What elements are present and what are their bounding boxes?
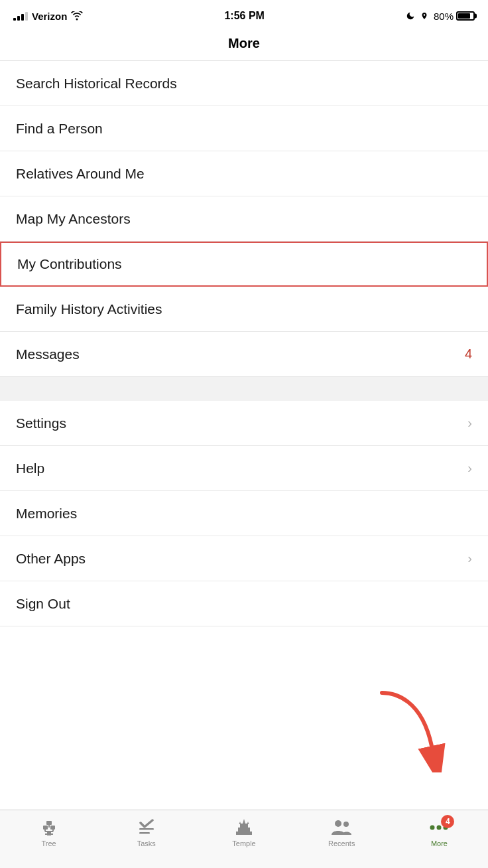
svg-rect-3 <box>43 826 48 830</box>
svg-rect-11 <box>139 832 150 834</box>
recents-tab-icon <box>332 818 351 837</box>
chevron-icon: › <box>467 415 472 431</box>
more-tab-icon: 4 <box>429 818 449 837</box>
menu-item-label: Search Historical Records <box>16 76 177 92</box>
temple-tab-icon <box>234 818 254 837</box>
tab-bar: Tree Tasks Temple <box>0 810 488 868</box>
tab-label-more: More <box>431 839 448 847</box>
svg-rect-10 <box>139 828 154 830</box>
svg-marker-17 <box>247 822 249 824</box>
more-badge: 4 <box>441 815 454 828</box>
signal-bar-2 <box>17 16 20 21</box>
menu-item-label: Sign Out <box>16 596 70 612</box>
menu-item-messages[interactable]: Messages 4 <box>0 332 488 377</box>
svg-rect-9 <box>45 831 53 832</box>
signal-bar-4 <box>25 12 28 21</box>
svg-rect-4 <box>50 826 55 830</box>
carrier-label: Verizon <box>32 11 67 22</box>
tree-tab-icon <box>39 818 59 837</box>
menu-item-find-a-person[interactable]: Find a Person <box>0 106 488 151</box>
tab-label-temple: Temple <box>232 839 255 847</box>
tab-label-recents: Recents <box>328 839 355 847</box>
svg-rect-2 <box>45 833 53 835</box>
svg-point-19 <box>343 822 349 827</box>
battery-icon <box>456 11 475 21</box>
menu-item-memories[interactable]: Memories <box>0 491 488 536</box>
svg-marker-15 <box>243 819 245 824</box>
svg-rect-14 <box>240 824 248 828</box>
menu-item-relatives-around-me[interactable]: Relatives Around Me <box>0 151 488 196</box>
status-right: 80% <box>406 11 475 22</box>
svg-marker-16 <box>239 822 241 824</box>
menu-item-label: Relatives Around Me <box>16 166 145 182</box>
menu-item-label: Memories <box>16 506 77 522</box>
location-icon <box>420 11 428 21</box>
svg-rect-5 <box>46 821 52 825</box>
tasks-tab-icon <box>137 818 156 837</box>
tab-item-more[interactable]: 4 More <box>391 817 488 847</box>
menu-item-label: Map My Ancestors <box>16 211 131 227</box>
tree-icon <box>40 819 58 836</box>
menu-item-label: Find a Person <box>16 121 103 137</box>
svg-point-18 <box>335 820 341 827</box>
moon-icon <box>406 11 415 21</box>
menu-item-other-apps[interactable]: Other Apps › <box>0 536 488 581</box>
menu-item-settings[interactable]: Settings › <box>0 401 488 446</box>
tab-item-recents[interactable]: Recents <box>293 817 391 847</box>
status-bar: Verizon 1:56 PM 80% <box>0 0 488 29</box>
temple-icon <box>235 818 253 837</box>
battery-fill <box>458 13 470 19</box>
menu-item-family-history-activities[interactable]: Family History Activities <box>0 287 488 332</box>
tab-item-tasks[interactable]: Tasks <box>97 817 195 847</box>
svg-rect-6 <box>48 825 50 828</box>
menu-item-label: My Contributions <box>17 256 122 272</box>
chevron-icon: › <box>467 551 472 566</box>
annotation-arrow <box>369 686 448 775</box>
messages-badge: 4 <box>465 346 472 362</box>
menu-item-label: Other Apps <box>16 551 86 567</box>
signal-bar-3 <box>21 14 24 21</box>
menu-section-1: Search Historical Records Find a Person … <box>0 61 488 377</box>
menu-section-2: Settings › Help › Memories Other Apps › … <box>0 401 488 626</box>
menu-item-search-historical-records[interactable]: Search Historical Records <box>0 61 488 106</box>
tab-label-tasks: Tasks <box>137 839 156 847</box>
battery-percent: 80% <box>434 11 454 22</box>
wifi-icon <box>71 11 83 21</box>
menu-item-label: Family History Activities <box>16 301 162 317</box>
section-divider <box>0 377 488 401</box>
signal-bar-1 <box>13 18 16 21</box>
svg-point-20 <box>430 826 435 830</box>
menu-item-my-contributions[interactable]: My Contributions <box>0 242 488 287</box>
status-left: Verizon <box>13 11 83 22</box>
battery-container: 80% <box>434 11 475 22</box>
menu-item-sign-out[interactable]: Sign Out <box>0 581 488 626</box>
recents-icon <box>332 819 351 836</box>
tasks-icon <box>138 819 155 836</box>
status-time: 1:56 PM <box>224 10 264 22</box>
menu-item-map-my-ancestors[interactable]: Map My Ancestors <box>0 196 488 242</box>
page-title: More <box>0 29 488 61</box>
svg-rect-13 <box>238 828 250 832</box>
menu-item-label: Messages <box>16 346 80 362</box>
tab-item-temple[interactable]: Temple <box>195 817 292 847</box>
menu-item-help[interactable]: Help › <box>0 446 488 491</box>
tab-item-tree[interactable]: Tree <box>0 817 97 847</box>
tab-label-tree: Tree <box>41 839 56 847</box>
menu-item-label: Help <box>16 461 44 476</box>
svg-point-21 <box>437 826 442 830</box>
chevron-icon: › <box>467 461 472 476</box>
signal-bars <box>13 11 28 21</box>
menu-item-label: Settings <box>16 415 66 431</box>
